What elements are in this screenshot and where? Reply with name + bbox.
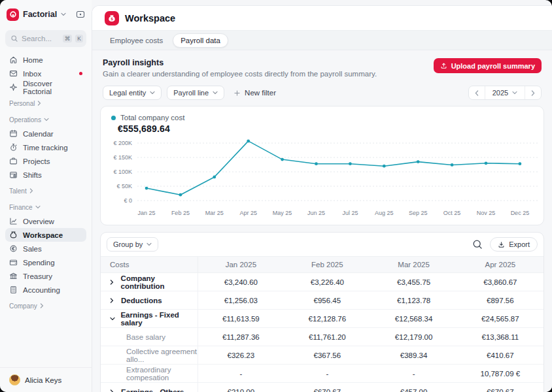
search-icon [10,35,18,42]
sidebar-section-finance[interactable]: Finance [5,203,86,212]
accounting-icon [9,286,18,294]
cost-cell: €410.67 [457,346,543,365]
sidebar-item-spending[interactable]: Spending [5,255,86,269]
unread-dot [79,72,82,75]
sidebar-item-time-tracking[interactable]: Time tracking [5,140,86,154]
sidebar-item-treasury[interactable]: Treasury [5,269,86,283]
year-dropdown[interactable]: 2025 [485,86,525,99]
table-row-company-contribution[interactable]: Company contribution€3,240.60€3,226.40€3… [101,273,543,291]
column-header-mar-2025: Mar 2025 [371,257,457,273]
svg-text:Dec 25: Dec 25 [511,210,530,216]
user-name: Alicia Keys [25,376,61,384]
time-tracking-icon [9,143,18,152]
tab-bar: Employee costsPayroll data [92,30,552,50]
cost-cell: 10,787.09 € [457,365,543,383]
sidebar-item-calendar[interactable]: Calendar [5,127,86,140]
table-row-earnings-fixed-salary[interactable]: Earnings - Fixed salary€11,613.59€12,128… [101,310,543,328]
shortcut-cmd-key: ⌘ [63,35,73,42]
upload-payroll-summary-button[interactable]: Upload payroll summary [434,58,542,73]
main-wrap: $ Workspace Employee costsPayroll data P… [92,0,552,392]
overview-icon [9,217,18,225]
svg-text:Jan 25: Jan 25 [137,210,155,216]
sidebar-item-home[interactable]: Home [5,53,86,67]
legend-label: Total company cost [120,114,184,122]
factorial-logo-icon [7,8,19,21]
column-header-apr-2025: Apr 2025 [457,257,543,273]
sidebar-item-sales[interactable]: Sales [5,242,86,255]
total-company-cost-value: €555,689.64 [118,123,543,134]
chevron-down-icon [150,91,155,95]
cost-cell: €1,256.03 [198,291,284,310]
chevron-right-icon [37,101,41,106]
upload-icon [440,62,447,69]
column-header-costs: Costs [101,257,198,273]
new-filter-button[interactable]: New filter [233,89,276,97]
sidebar-item-discover-factorial[interactable]: Discover Factorial [5,80,86,94]
cost-cell: €24,565.87 [457,310,543,328]
payroll-chart-card: Total company cost €555,689.64 € 200K€ 1… [100,106,544,225]
sidebar-item-inbox[interactable]: Inbox [5,67,86,80]
svg-text:Apr 25: Apr 25 [239,210,257,216]
cost-cell: €670.67 [457,383,543,392]
chevron-right-icon [40,303,44,308]
sidebar: Factorial Search... ⌘ K HomeInboxDiscove… [0,0,92,392]
download-icon [498,241,505,248]
main-panel: $ Workspace Employee costsPayroll data P… [92,5,552,392]
sales-icon [9,244,18,253]
filter-legal-entity-dropdown[interactable]: Legal entity [103,86,162,100]
svg-text:€ 150K: € 150K [113,154,132,161]
cost-cell: €13,368.11 [457,328,543,346]
table-search-button[interactable] [471,238,484,251]
cost-cell: €11,761.20 [284,328,370,346]
chevron-right-icon[interactable] [110,280,116,285]
treasury-icon [9,272,18,280]
year-selector: 2025 [468,86,542,100]
filter-payroll-line-dropdown[interactable]: Payroll line [167,86,224,100]
chart-legend: Total company cost €555,689.64 [101,106,543,134]
sidebar-section-personal[interactable]: Personal [5,99,86,108]
sidebar-item-workspace[interactable]: Workspace [5,228,86,242]
chevron-right-icon[interactable] [110,298,116,303]
filters-row: Legal entityPayroll lineNew filter 2025 [103,86,542,100]
svg-text:Aug 25: Aug 25 [375,210,394,216]
sidebar-item-shifts[interactable]: Shifts [5,168,86,182]
calendar-icon [9,129,18,138]
brand-name[interactable]: Factorial [23,10,57,19]
svg-text:Nov 25: Nov 25 [477,210,496,216]
table-row-earnings-others[interactable]: Earnings - Others€210.00€670.67€457.00€6… [101,383,543,392]
chevron-right-icon[interactable] [110,389,116,392]
chevron-down-icon [213,91,218,95]
sidebar-item-accounting[interactable]: Accounting [5,283,86,297]
user-menu[interactable]: Alicia Keys [0,367,92,392]
svg-text:Jul 25: Jul 25 [342,210,358,216]
cost-cell: - [284,365,370,383]
sidebar-item-projects[interactable]: Projects [5,154,86,168]
search-placeholder: Search... [22,35,60,42]
sidebar-section-operations[interactable]: Operations [5,115,86,124]
tab-payroll-data[interactable]: Payroll data [173,33,228,48]
chevron-down-icon[interactable] [61,12,66,16]
svg-text:€ 200K: € 200K [113,140,132,146]
table-row-deductions[interactable]: Deductions€1,256.03€956.45€1,123.78€897.… [101,291,543,310]
group-by-dropdown[interactable]: Group by [107,237,158,252]
cost-cell: €11,613.59 [198,310,284,328]
sidebar-item-overview[interactable]: Overview [5,214,86,228]
next-year-button[interactable] [525,86,541,99]
workspace-moneybag-icon: $ [105,11,119,25]
app-window: Factorial Search... ⌘ K HomeInboxDiscove… [0,0,552,392]
tab-employee-costs[interactable]: Employee costs [103,34,170,47]
column-header-jan-2025: Jan 2025 [198,257,284,273]
search-input[interactable]: Search... ⌘ K [5,30,86,47]
svg-text:Jun 25: Jun 25 [307,210,325,216]
insights-header: Payroll insights Gain a clearer understa… [100,58,544,78]
sidebar-section-company[interactable]: Company [5,301,86,310]
cost-cell: €12,568.34 [371,310,457,328]
chevron-down-icon[interactable] [110,317,115,321]
sidebar-toggle-icon[interactable] [76,10,85,18]
shifts-icon [9,171,18,179]
inbox-icon [9,69,18,78]
sidebar-section-talent[interactable]: Talent [5,186,86,195]
costs-table: CostsJan 2025Feb 2025Mar 2025Apr 2025 Co… [101,256,543,392]
export-button[interactable]: Export [490,237,538,252]
previous-year-button[interactable] [469,86,485,99]
